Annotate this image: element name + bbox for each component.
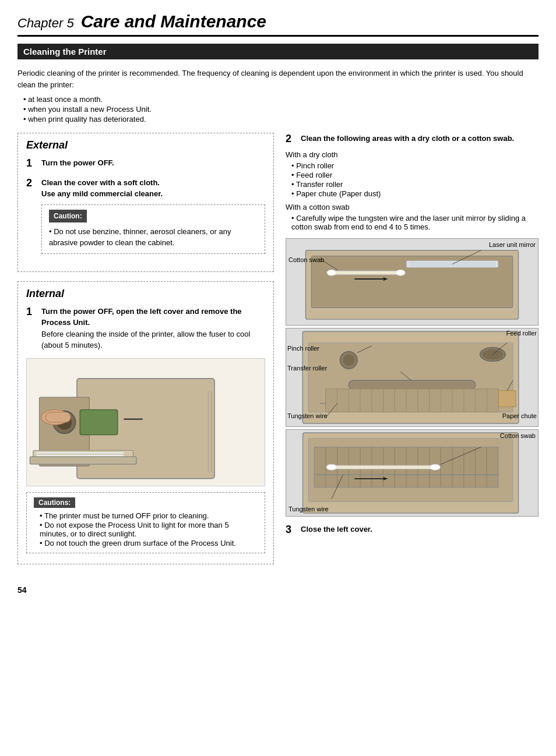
svg-rect-13 xyxy=(45,412,71,422)
label-pinch-roller: Pinch roller xyxy=(287,345,319,352)
bullet-3: when print quality has deteriorated. xyxy=(23,115,539,123)
diagram-bot-svg xyxy=(286,430,538,516)
label-paper-chute: Paper chute xyxy=(502,412,537,419)
step-1-text: Turn the power OFF. xyxy=(41,157,114,169)
caution-text: • Do not use benzine, thinner, aerosol c… xyxy=(49,226,258,249)
svg-rect-17 xyxy=(409,262,495,266)
page-number: 54 xyxy=(17,585,539,595)
right-step-3: 3 Close the left cover. xyxy=(286,524,539,536)
external-step-2: 2 Clean the cover with a soft cloth. Use… xyxy=(26,177,265,259)
svg-point-73 xyxy=(430,464,441,470)
internal-step-1-text: Turn the power OFF, open the left cover … xyxy=(41,306,265,351)
svg-rect-32 xyxy=(326,388,498,412)
diagram-mid-svg xyxy=(286,328,538,426)
section-header: Cleaning the Printer xyxy=(17,44,539,59)
printer-diagram xyxy=(26,358,265,486)
diagram-top-svg xyxy=(286,239,538,325)
svg-rect-30 xyxy=(349,380,475,390)
internal-cautions-label: Cautions: xyxy=(34,497,75,508)
dry-cloth-list: Pinch roller Feed roller Transfer roller… xyxy=(291,161,539,198)
svg-rect-47 xyxy=(498,390,516,407)
chapter-header: Chapter 5 Care and Maintenance xyxy=(17,12,539,37)
label-feed-roller: Feed roller xyxy=(506,330,537,337)
caution-bullet: • xyxy=(49,227,54,236)
caution-item-2: Do not expose the Process Unit to light … xyxy=(40,521,258,538)
intro-bullets: at least once a month. when you install … xyxy=(23,95,539,123)
step-2-text: Clean the cover with a soft cloth. Use a… xyxy=(41,177,265,259)
label-tungsten-wire-mid: Tungsten wire xyxy=(287,412,328,419)
label-tungsten-wire-bot: Tungsten wire xyxy=(288,506,329,513)
dry-cloth-label: With a dry cloth xyxy=(286,150,539,159)
external-section: External 1 Turn the power OFF. 2 Clean t… xyxy=(17,133,274,272)
internal-cautions-list: The printer must be turned OFF prior to … xyxy=(40,511,258,547)
caution-item-1: The printer must be turned OFF prior to … xyxy=(40,511,258,520)
bullet-2: when you install a new Process Unit. xyxy=(23,105,539,114)
svg-rect-18 xyxy=(332,271,400,274)
step-2-num: 2 xyxy=(26,177,37,190)
dry-cloth-item-2: Feed roller xyxy=(291,171,539,179)
svg-rect-71 xyxy=(332,465,435,469)
internal-step-1-num: 1 xyxy=(26,306,37,319)
diagram-top: Laser unit mirror Cotton swab xyxy=(286,238,539,326)
chapter-number: Chapter 5 xyxy=(17,16,74,31)
caution-box: Caution: • Do not use benzine, thinner, … xyxy=(41,204,265,254)
caution-label: Caution: xyxy=(49,210,87,222)
internal-title: Internal xyxy=(26,288,265,300)
step-1-num: 1 xyxy=(26,157,37,170)
svg-rect-8 xyxy=(80,409,117,434)
right-step-2: 2 Clean the following areas with a dry c… xyxy=(286,133,539,231)
dry-cloth-item-1: Pinch roller xyxy=(291,161,539,170)
label-transfer-roller: Transfer roller xyxy=(287,365,327,372)
internal-step-1: 1 Turn the power OFF, open the left cove… xyxy=(26,306,265,351)
svg-rect-3 xyxy=(30,457,136,464)
bullet-1: at least once a month. xyxy=(23,95,539,104)
external-step-1: 1 Turn the power OFF. xyxy=(26,157,265,170)
right-step-2-text: Clean the following areas with a dry clo… xyxy=(301,133,514,144)
caution-item-3: Do not touch the green drum surface of t… xyxy=(40,539,258,547)
svg-point-27 xyxy=(483,349,504,359)
diagram-bot: Cotton swab Tungsten wire xyxy=(286,429,539,517)
diagram-mid: Feed roller Pinch roller Transfer roller… xyxy=(286,328,539,427)
step-3-num: 3 xyxy=(286,524,296,536)
dry-cloth-item-3: Transfer roller xyxy=(291,180,539,189)
label-cotton-swab-top: Cotton swab xyxy=(288,256,324,263)
intro-paragraph: Periodic cleaning of the printer is reco… xyxy=(17,68,539,90)
step-3-text: Close the left cover. xyxy=(301,524,372,535)
internal-section: Internal 1 Turn the power OFF, open the … xyxy=(17,281,274,564)
internal-cautions-box: Cautions: The printer must be turned OFF… xyxy=(26,492,265,553)
cotton-swab-label: With a cotton swab xyxy=(286,203,539,211)
label-laser-mirror: Laser unit mirror xyxy=(489,241,536,248)
right-column: 2 Clean the following areas with a dry c… xyxy=(286,133,539,574)
label-cotton-swab-bot: Cotton swab xyxy=(500,432,536,439)
right-diagrams: Laser unit mirror Cotton swab xyxy=(286,238,539,517)
svg-rect-5 xyxy=(36,454,124,455)
cotton-swab-text: Carefully wipe the tungsten wire and the… xyxy=(291,214,539,231)
dry-cloth-item-4: Paper chute (Paper dust) xyxy=(291,189,539,198)
svg-point-72 xyxy=(326,464,337,470)
external-title: External xyxy=(26,139,265,151)
svg-point-29 xyxy=(343,354,354,366)
right-step-2-num: 2 xyxy=(286,133,296,146)
svg-rect-4 xyxy=(36,452,124,453)
cotton-swab-list: Carefully wipe the tungsten wire and the… xyxy=(291,214,539,231)
svg-point-19 xyxy=(327,270,336,275)
left-column: External 1 Turn the power OFF. 2 Clean t… xyxy=(17,133,274,574)
printer-svg xyxy=(27,359,265,486)
svg-point-20 xyxy=(396,270,405,275)
chapter-title: Care and Maintenance xyxy=(81,12,266,31)
